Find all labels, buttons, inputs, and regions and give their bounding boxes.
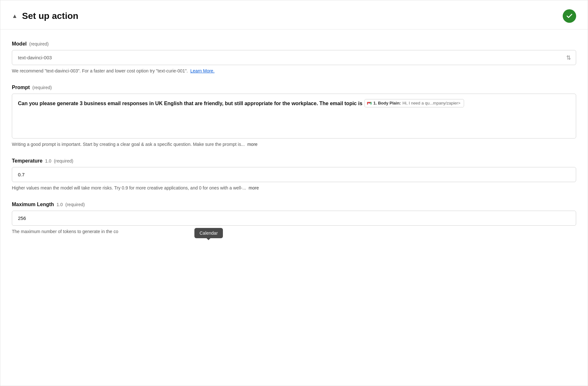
form-body: Model (required) text-davinci-003 text-c… <box>0 29 588 264</box>
maximum-length-hint-text: The maximum number of tokens to generate… <box>12 229 118 234</box>
maximum-length-input[interactable] <box>12 211 576 226</box>
model-field-group: Model (required) text-davinci-003 text-c… <box>12 41 576 74</box>
section-header-left: ▲ Set up action <box>12 11 78 21</box>
token-value: Hi, I need a qu...mpany/zapier> <box>403 100 461 106</box>
maximum-length-version-meta: 1.0 <box>57 202 63 207</box>
temperature-field-group: Temperature 1.0 (required) Higher values… <box>12 158 576 191</box>
model-label-meta: (required) <box>29 41 49 46</box>
model-select-wrapper: text-davinci-003 text-curie-001 ⇅ <box>12 50 576 65</box>
model-learn-more-link[interactable]: Learn More. <box>190 68 214 73</box>
prompt-token[interactable]: 1. Body Plain: Hi, I need a qu...mpany/z… <box>364 99 464 107</box>
maximum-length-hint: The maximum number of tokens to generate… <box>12 228 576 235</box>
model-hint: We recommend "text-davinci-003". For a f… <box>12 68 576 74</box>
prompt-more-link[interactable]: more <box>247 142 257 147</box>
prompt-hint: Writing a good prompt is important. Star… <box>12 141 576 148</box>
maximum-length-label-text: Maximum Length <box>12 202 54 207</box>
prompt-field-group: Prompt (required) Can you please generat… <box>12 85 576 148</box>
page-container: ▲ Set up action Model (required) text-da… <box>0 0 588 386</box>
prompt-text-before: Can you please generate 3 business email… <box>18 99 363 108</box>
temperature-more-link[interactable]: more <box>249 185 259 190</box>
prompt-hint-text: Writing a good prompt is important. Star… <box>12 142 245 147</box>
model-label: Model (required) <box>12 41 576 47</box>
model-select[interactable]: text-davinci-003 text-curie-001 <box>12 50 576 65</box>
maximum-length-label: Maximum Length 1.0 (required) <box>12 202 576 207</box>
temperature-input[interactable] <box>12 167 576 182</box>
temperature-label-meta: (required) <box>54 158 73 164</box>
calendar-tooltip: Calendar <box>194 228 223 238</box>
collapse-icon[interactable]: ▲ <box>12 13 18 20</box>
calendar-tooltip-container: Calendar <box>194 228 223 238</box>
model-hint-text: We recommend "text-davinci-003". For a f… <box>12 68 188 73</box>
prompt-label-text: Prompt <box>12 85 30 90</box>
prompt-label-meta: (required) <box>32 85 52 90</box>
maximum-length-label-meta: (required) <box>65 202 85 207</box>
token-label: 1. Body Plain: <box>373 100 401 106</box>
section-title: Set up action <box>22 11 78 21</box>
complete-check-button[interactable] <box>563 9 576 23</box>
gmail-icon <box>367 101 372 106</box>
temperature-version-meta: 1.0 <box>45 158 51 164</box>
maximum-length-field-group: Maximum Length 1.0 (required) The maximu… <box>12 202 576 241</box>
temperature-hint-text: Higher values mean the model will take m… <box>12 185 246 190</box>
prompt-label: Prompt (required) <box>12 85 576 90</box>
temperature-label-text: Temperature <box>12 158 43 164</box>
section-header: ▲ Set up action <box>0 0 588 29</box>
temperature-hint: Higher values mean the model will take m… <box>12 185 576 191</box>
prompt-textarea[interactable]: Can you please generate 3 business email… <box>12 94 576 138</box>
model-label-text: Model <box>12 41 27 47</box>
temperature-label: Temperature 1.0 (required) <box>12 158 576 164</box>
